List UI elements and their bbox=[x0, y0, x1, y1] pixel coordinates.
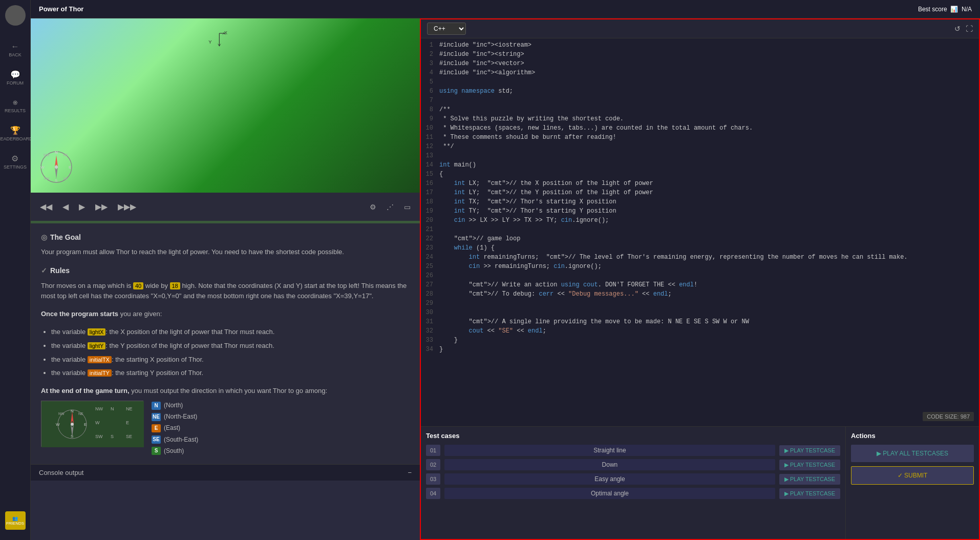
code-editor-panel: C++ Python Java ↺ ⛶ 1#include "inc"><ios… bbox=[420, 18, 980, 540]
code-line: 33 } bbox=[421, 336, 979, 345]
var1: the variable lightX: the X position of t… bbox=[51, 327, 410, 338]
submit-button[interactable]: ✓ SUBMIT bbox=[851, 466, 974, 485]
code-line: 9 * Solve this puzzle by writing the sho… bbox=[421, 114, 979, 123]
code-line: 23 while (1) { bbox=[421, 243, 979, 253]
share-button[interactable]: ⋰ bbox=[384, 201, 397, 213]
sidebar-item-settings[interactable]: ⚙ SETTINGS bbox=[4, 154, 27, 170]
test-row: 03 Easy angle ▶ PLAY TESTCASE bbox=[426, 473, 840, 485]
restore-button[interactable]: ↺ bbox=[954, 25, 961, 33]
back-icon: ← bbox=[11, 42, 19, 51]
description: ◎ The Goal Your program must allow Thor … bbox=[31, 223, 420, 464]
code-line: 20 cin >> LX >> LY >> TX >> TY; cin.igno… bbox=[421, 216, 979, 225]
sidebar-item-back[interactable]: ← BACK bbox=[9, 42, 22, 57]
code-line: 17 int LY; "cmt">// the Y position of th… bbox=[421, 188, 979, 197]
test-name: Straight line bbox=[444, 445, 775, 456]
test-num: 03 bbox=[426, 473, 440, 485]
direction-map: N S W E NW NE NW N NE bbox=[41, 401, 143, 447]
actions-panel: Actions ▶ PLAY ALL TESTCASES ✓ SUBMIT bbox=[846, 427, 979, 539]
code-editor[interactable]: 1#include "inc"><iostream>2#include "inc… bbox=[421, 38, 979, 426]
game-preview: X Y N S W E NW NE bbox=[31, 18, 420, 223]
direction-box: N S W E NW NE NW N NE bbox=[41, 401, 410, 456]
rules-title: Rules bbox=[50, 265, 70, 276]
var4-name: initialTY bbox=[88, 369, 112, 377]
test-num: 01 bbox=[426, 445, 440, 456]
sidebar-item-forum-label: FORUM bbox=[7, 80, 24, 86]
svg-point-17 bbox=[55, 165, 58, 169]
play-all-button[interactable]: ▶ PLAY ALL TESTCASES bbox=[851, 445, 974, 462]
top-bar: Power of Thor Best score 📊 N/A bbox=[31, 0, 980, 18]
end-turn-text: At the end of the game turn, you must ou… bbox=[41, 386, 410, 397]
console-bar: Console output − bbox=[31, 464, 420, 481]
svg-text:W: W bbox=[56, 422, 60, 427]
dir-N: N (North) bbox=[152, 401, 198, 410]
game-controls: ◀◀ ◀ ▶ ▶▶ ▶▶▶ ⚙ ⋰ ▭ bbox=[31, 193, 420, 221]
svg-text:N: N bbox=[55, 150, 58, 155]
code-line: 7 bbox=[421, 96, 979, 105]
test-name: Optimal angle bbox=[444, 488, 775, 499]
code-line: 27 "cmt">// Write an action using cout. … bbox=[421, 280, 979, 289]
sidebar: ← BACK 💬 FORUM ⎈ RESULTS 🏆 LEADERBOARD ⚙… bbox=[0, 0, 31, 540]
sidebar-item-settings-label: SETTINGS bbox=[4, 164, 27, 170]
play-testcase-button[interactable]: ▶ PLAY TESTCASE bbox=[779, 460, 840, 470]
sidebar-item-leaderboard[interactable]: 🏆 LEADERBOARD bbox=[0, 126, 33, 141]
test-cases-list: 01 Straight line ▶ PLAY TESTCASE 02 Down… bbox=[426, 445, 840, 499]
play-button[interactable]: ▶ bbox=[76, 200, 88, 214]
editor-toolbar-right: ↺ ⛶ bbox=[954, 25, 973, 33]
compass-main: N S W E NW NE SW SE bbox=[38, 149, 74, 185]
var1-name: lightX bbox=[88, 328, 106, 336]
test-name: Down bbox=[444, 459, 775, 470]
rewind-button[interactable]: ◀◀ bbox=[37, 200, 55, 214]
code-line: 24 int remainingTurns; "cmt">// The leve… bbox=[421, 253, 979, 262]
goal-icon: ◎ bbox=[41, 232, 47, 243]
sidebar-item-results[interactable]: ⎈ RESULTS bbox=[5, 98, 26, 113]
best-score: Best score 📊 N/A bbox=[918, 6, 972, 13]
svg-text:S: S bbox=[111, 434, 114, 439]
rules-high: 18 bbox=[170, 282, 180, 289]
page-title: Power of Thor bbox=[39, 5, 83, 13]
goal-text: Your program must allow Thor to reach th… bbox=[41, 247, 410, 258]
var3-name: initialTX bbox=[88, 356, 112, 363]
play-testcase-button[interactable]: ▶ PLAY TESTCASE bbox=[779, 445, 840, 456]
step-forward-button[interactable]: ▶▶ bbox=[92, 200, 111, 214]
code-line: 32 cout << "SE" << endl; bbox=[421, 326, 979, 336]
test-row: 02 Down ▶ PLAY TESTCASE bbox=[426, 459, 840, 470]
play-testcase-button[interactable]: ▶ PLAY TESTCASE bbox=[779, 474, 840, 485]
sidebar-item-leaderboard-label: LEADERBOARD bbox=[0, 136, 33, 141]
test-num: 02 bbox=[426, 459, 440, 470]
language-select[interactable]: C++ Python Java bbox=[427, 23, 466, 35]
fast-forward-button[interactable]: ▶▶▶ bbox=[115, 200, 139, 214]
svg-text:SW: SW bbox=[95, 434, 103, 439]
play-testcase-button[interactable]: ▶ PLAY TESTCASE bbox=[779, 488, 840, 499]
sidebar-item-forum[interactable]: 💬 FORUM bbox=[7, 70, 24, 86]
var4: the variable initialTY: the starting Y p… bbox=[51, 368, 410, 379]
svg-marker-15 bbox=[55, 155, 58, 167]
console-collapse-btn[interactable]: − bbox=[408, 469, 412, 476]
left-column: X Y N S W E NW NE bbox=[31, 18, 420, 540]
code-line: 34} bbox=[421, 345, 979, 354]
sidebar-item-friends[interactable]: 👥 FRIENDS bbox=[5, 511, 26, 530]
fullscreen-button[interactable]: ▭ bbox=[401, 201, 414, 213]
svg-text:S: S bbox=[55, 178, 57, 183]
svg-text:SE: SE bbox=[126, 434, 132, 439]
svg-text:E: E bbox=[69, 165, 71, 170]
sidebar-item-results-label: RESULTS bbox=[5, 108, 26, 113]
code-line: 15{ bbox=[421, 170, 979, 179]
code-line: 16 int LX; "cmt">// the X position of th… bbox=[421, 179, 979, 188]
results-icon: ⎈ bbox=[13, 98, 18, 107]
settings-game-button[interactable]: ⚙ bbox=[367, 201, 379, 213]
code-line: 22 "cmt">// game loop bbox=[421, 234, 979, 243]
direction-list: N (North) NE (North-East) E (East) SE bbox=[152, 401, 198, 456]
avatar bbox=[5, 5, 26, 26]
svg-text:NW: NW bbox=[95, 406, 103, 411]
sidebar-item-back-label: BACK bbox=[9, 52, 22, 57]
compass-top: X Y bbox=[207, 23, 243, 58]
fullscreen-editor-button[interactable]: ⛶ bbox=[966, 25, 973, 33]
svg-text:NE: NE bbox=[78, 412, 83, 416]
forum-icon: 💬 bbox=[10, 70, 20, 79]
test-cases-panel: Test cases 01 Straight line ▶ PLAY TESTC… bbox=[421, 427, 846, 539]
step-back-button[interactable]: ◀ bbox=[59, 200, 72, 214]
svg-text:Y: Y bbox=[208, 39, 212, 45]
goal-title: The Goal bbox=[50, 232, 81, 243]
svg-text:X: X bbox=[224, 30, 228, 35]
leaderboard-icon: 🏆 bbox=[10, 126, 20, 135]
